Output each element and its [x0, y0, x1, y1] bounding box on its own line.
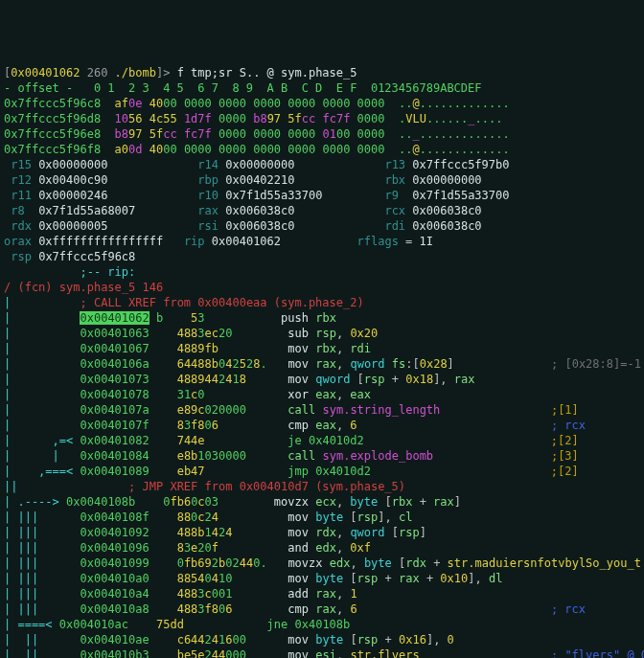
radare2-output: [0x00401062 260 ./bomb]> f tmp;sr S.. @ … [4, 65, 640, 658]
